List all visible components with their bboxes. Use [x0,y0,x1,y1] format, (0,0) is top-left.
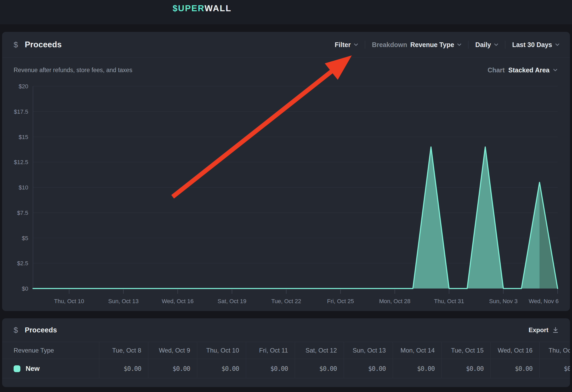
column-header-date: Fri, Oct 11 [246,342,295,359]
column-header-date: Tue, Oct 15 [441,342,490,359]
value-cell: $0.00 [539,359,570,378]
y-axis-label: $0 [22,285,28,292]
download-icon [553,327,558,333]
series-color-swatch [14,365,20,372]
logo-rest-text: WALL [205,3,231,13]
column-header-revenue-type: Revenue Type [2,342,99,359]
column-header-date: Thu, Oct 10 [197,342,246,359]
column-header-date: Sat, Oct 12 [295,342,344,359]
breakdown-label: Breakdown [372,41,407,49]
table-header-row: Revenue Type Tue, Oct 8Wed, Oct 9Thu, Oc… [2,342,570,359]
column-header-date: Thu, Oct 17 [539,342,570,359]
series-name: New [26,365,39,373]
controls-divider [365,41,365,49]
value-cell: $0.00 [246,359,295,378]
area-fill [33,147,558,289]
y-axis-label: $15 [19,134,28,140]
proceeds-chart-card: $0$2.5$5$7.5$10$12.5$15$17.5$20Thu, Oct … [2,32,570,311]
x-axis-label: Tue, Oct 22 [271,298,301,304]
y-axis-label: $7.5 [17,210,28,216]
filter-dropdown[interactable]: Filter [335,41,358,49]
y-axis-label: $12.5 [14,159,28,165]
date-range-dropdown[interactable]: Last 30 Days [512,41,559,49]
x-axis-label: Thu, Oct 10 [54,298,84,304]
value-cell: $0.00 [148,359,197,378]
chart-type-value: Stacked Area [508,66,550,74]
superwall-logo[interactable]: $UPERWALL [173,3,231,13]
top-nav-bar: $UPERWALL [0,0,572,24]
interval-dropdown[interactable]: Daily [475,41,498,49]
column-header-date: Wed, Oct 16 [490,342,539,359]
y-axis-label: $10 [19,184,28,191]
breakdown-value: Revenue Type [410,41,454,49]
chart-subheader: Revenue after refunds, store fees, and t… [2,58,570,82]
x-axis-label: Fri, Oct 25 [327,298,354,304]
chart-card-header: $ Proceeds Filter Breakdown Revenue Type… [2,32,570,58]
column-header-date: Wed, Oct 9 [148,342,197,359]
x-axis-label: Mon, Oct 28 [379,298,411,304]
export-button[interactable]: Export [529,326,558,334]
chart-type-label: Chart [488,66,505,74]
row-label-cell: New [2,359,99,378]
chevron-down-icon [494,43,498,46]
x-axis-label: Wed, Oct 16 [162,298,194,304]
x-axis-label: Sun, Oct 13 [108,298,139,304]
proceeds-table-card: $ Proceeds Export Revenue Type Tue, Oct … [2,318,570,387]
value-cell: $0.00 [295,359,344,378]
column-header-date: Tue, Oct 8 [99,342,148,359]
x-axis-label: Thu, Oct 31 [434,298,464,304]
value-cell: $0.00 [344,359,393,378]
y-axis-label: $20 [19,83,28,90]
chevron-down-icon [555,43,559,46]
x-axis-label: Wed, Nov 6 [529,298,559,304]
breakdown-dropdown[interactable]: Breakdown Revenue Type [372,41,461,49]
interval-value: Daily [475,41,491,49]
value-cell: $0.00 [490,359,539,378]
chart-subtitle: Revenue after refunds, store fees, and t… [14,67,132,74]
proceeds-table: Revenue Type Tue, Oct 8Wed, Oct 9Thu, Oc… [2,342,570,378]
table-card-header: $ Proceeds Export [2,318,570,342]
table-title: Proceeds [25,326,57,334]
value-cell: $0.00 [197,359,246,378]
chevron-down-icon [457,43,461,46]
chevron-down-icon [553,69,557,71]
y-axis-label: $2.5 [17,260,28,267]
table-row: New $0.00$0.00$0.00$0.00$0.00$0.00$0.00$… [2,359,570,378]
y-axis-label: $17.5 [14,108,28,115]
value-cell: $0.00 [441,359,490,378]
x-axis-label: Sun, Nov 3 [489,298,518,304]
filter-label: Filter [335,41,351,49]
y-axis-label: $5 [22,235,28,241]
value-cell: $0.00 [393,359,441,378]
chevron-down-icon [354,43,358,46]
page-title: Proceeds [25,40,62,49]
date-range-value: Last 30 Days [512,41,552,49]
export-label: Export [529,326,548,334]
logo-accent-text: $UPER [173,3,205,13]
column-header-date: Mon, Oct 14 [393,342,441,359]
column-header-date: Sun, Oct 13 [344,342,393,359]
x-axis-label: Sat, Oct 19 [218,298,246,304]
controls-divider [505,41,505,49]
controls-divider [468,41,468,49]
dollar-icon: $ [14,40,18,49]
dollar-icon: $ [14,326,18,335]
chart-type-dropdown[interactable]: Chart Stacked Area [488,66,557,74]
value-cell: $0.00 [99,359,148,378]
